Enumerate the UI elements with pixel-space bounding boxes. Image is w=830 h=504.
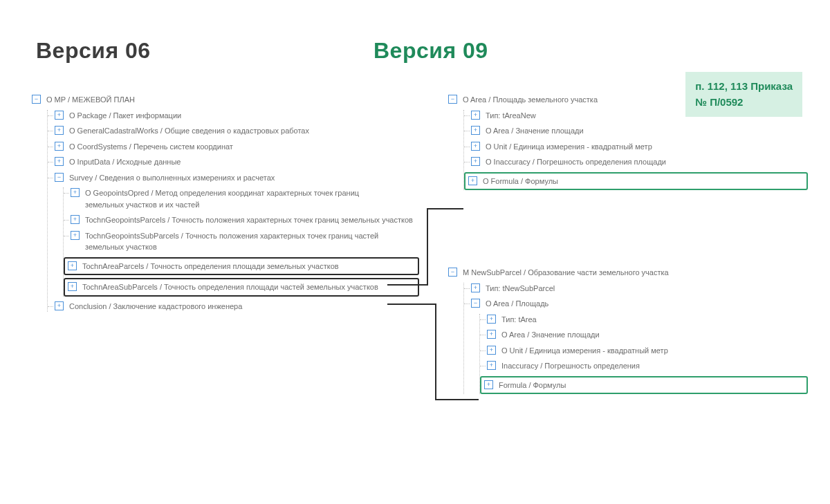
expand-icon[interactable] bbox=[71, 231, 80, 240]
expand-icon[interactable] bbox=[55, 301, 64, 310]
tree-node-root[interactable]: O Area / Площадь земельного участка bbox=[448, 94, 808, 106]
expand-icon[interactable] bbox=[55, 142, 64, 151]
node-label: O Package / Пакет информации bbox=[69, 110, 181, 122]
heading-version-06: Версия 06 bbox=[36, 38, 151, 64]
tree-node[interactable]: O Area / Значение площади bbox=[464, 125, 808, 137]
tree-node-area[interactable]: O Area / Площадь bbox=[464, 298, 808, 310]
node-label: O Area / Значение площади bbox=[486, 125, 584, 137]
highlighted-node-tochnareaparcels: TochnAreaParcels / Точность определения … bbox=[64, 257, 419, 276]
tree-node[interactable]: O GeopointsOpred / Метод определения коо… bbox=[64, 187, 419, 210]
tree-version-09-area: O Area / Площадь земельного участка Тип:… bbox=[448, 90, 808, 193]
tree-node[interactable]: O Inaccuracy / Погрешность определения п… bbox=[464, 156, 808, 168]
node-label: TochnAreaSubParcels / Точность определен… bbox=[82, 281, 378, 293]
expand-icon[interactable] bbox=[55, 157, 64, 166]
collapse-icon[interactable] bbox=[55, 173, 64, 182]
node-label: O Inaccuracy / Погрешность определения п… bbox=[486, 156, 666, 168]
node-label: O Formula / Формулы bbox=[483, 176, 558, 187]
expand-icon[interactable] bbox=[487, 346, 496, 355]
node-label: TochnGeopointsParcels / Точность положен… bbox=[85, 214, 413, 226]
tree-node[interactable]: Тип: tNewSubParcel bbox=[464, 283, 808, 295]
heading-version-09: Версия 09 bbox=[374, 38, 488, 64]
node-label: TochnGeopointsSubParcels / Точность поло… bbox=[85, 230, 382, 253]
node-label: O InputData / Исходные данные bbox=[69, 156, 181, 168]
expand-icon[interactable] bbox=[71, 188, 80, 197]
tree-node[interactable]: TochnGeopointsParcels / Точность положен… bbox=[64, 214, 419, 226]
expand-icon[interactable] bbox=[487, 330, 496, 339]
node-label: O Area / Значение площади bbox=[501, 329, 600, 341]
collapse-icon[interactable] bbox=[32, 95, 41, 104]
node-label: Survey / Сведения о выполненных измерени… bbox=[69, 172, 275, 184]
tree-node[interactable]: O InputData / Исходные данные bbox=[48, 156, 419, 168]
tree-node[interactable]: O Unit / Единица измерения - квадратный … bbox=[480, 345, 808, 357]
node-label: Тип: tNewSubParcel bbox=[486, 283, 555, 295]
node-label: O Unit / Единица измерения - квадратный … bbox=[501, 345, 668, 357]
expand-icon[interactable] bbox=[55, 111, 64, 120]
node-label: O Area / Площадь земельного участка bbox=[463, 94, 598, 106]
node-label: Conclusion / Заключение кадастрового инж… bbox=[69, 301, 242, 312]
tree-node[interactable]: Тип: tArea bbox=[480, 314, 808, 326]
expand-icon[interactable] bbox=[68, 261, 77, 270]
node-label: Formula / Формулы bbox=[499, 380, 566, 391]
node-label: M NewSubParcel / Образование части земел… bbox=[463, 267, 669, 279]
tree-node[interactable]: O Area / Значение площади bbox=[480, 329, 808, 341]
expand-icon[interactable] bbox=[71, 215, 80, 224]
expand-icon[interactable] bbox=[468, 176, 477, 185]
node-label: O Area / Площадь bbox=[486, 298, 548, 310]
tree-version-06: O MP / МЕЖЕВОЙ ПЛАН O Package / Пакет ин… bbox=[32, 90, 419, 316]
expand-icon[interactable] bbox=[471, 111, 480, 120]
node-label: Тип: tArea bbox=[501, 314, 537, 326]
expand-icon[interactable] bbox=[471, 126, 480, 135]
expand-icon[interactable] bbox=[471, 142, 480, 151]
tree-node-survey[interactable]: Survey / Сведения о выполненных измерени… bbox=[48, 172, 419, 184]
tree-node[interactable]: O GeneralCadastralWorks / Общие сведения… bbox=[48, 125, 419, 137]
tree-node-root[interactable]: M NewSubParcel / Образование части земел… bbox=[448, 267, 808, 279]
tree-node[interactable]: O Package / Пакет информации bbox=[48, 110, 419, 122]
expand-icon[interactable] bbox=[471, 283, 480, 292]
tree-version-09-newsubparcel: M NewSubParcel / Образование части земел… bbox=[448, 263, 808, 397]
expand-icon[interactable] bbox=[68, 282, 77, 291]
node-label: Тип: tAreaNew bbox=[486, 110, 536, 122]
tree-node[interactable]: TochnAreaSubParcels / Точность определен… bbox=[68, 281, 415, 293]
tree-node[interactable]: O Formula / Формулы bbox=[468, 176, 804, 187]
tree-node[interactable]: TochnAreaParcels / Точность определения … bbox=[68, 261, 415, 272]
node-label: Inaccuracy / Погрешность определения bbox=[501, 360, 640, 372]
collapse-icon[interactable] bbox=[448, 95, 457, 104]
collapse-icon[interactable] bbox=[448, 268, 457, 277]
node-label: TochnAreaParcels / Точность определения … bbox=[82, 261, 339, 272]
collapse-icon[interactable] bbox=[471, 299, 480, 308]
node-label: O MP / МЕЖЕВОЙ ПЛАН bbox=[46, 94, 135, 106]
highlighted-node-formula: O Formula / Формулы bbox=[464, 172, 808, 191]
expand-icon[interactable] bbox=[55, 126, 64, 135]
tree-node[interactable]: Тип: tAreaNew bbox=[464, 110, 808, 122]
node-label: O GeneralCadastralWorks / Общие сведения… bbox=[69, 125, 309, 137]
tree-node[interactable]: O CoordSystems / Перечень систем координ… bbox=[48, 141, 419, 153]
tree-node[interactable]: O Unit / Единица измерения - квадратный … bbox=[464, 141, 808, 153]
highlighted-node-tochnareasubparcels: TochnAreaSubParcels / Точность определен… bbox=[64, 278, 419, 297]
tree-node-conclusion[interactable]: Conclusion / Заключение кадастрового инж… bbox=[48, 301, 419, 312]
expand-icon[interactable] bbox=[487, 361, 496, 370]
node-label: O GeopointsOpred / Метод определения коо… bbox=[85, 187, 382, 210]
expand-icon[interactable] bbox=[471, 157, 480, 166]
tree-node[interactable]: Formula / Формулы bbox=[484, 380, 804, 391]
highlighted-node-formula: Formula / Формулы bbox=[480, 376, 808, 395]
tree-node-root[interactable]: O MP / МЕЖЕВОЙ ПЛАН bbox=[32, 94, 419, 106]
expand-icon[interactable] bbox=[487, 315, 496, 324]
tree-node[interactable]: TochnGeopointsSubParcels / Точность поло… bbox=[64, 230, 419, 253]
node-label: O Unit / Единица измерения - квадратный … bbox=[486, 141, 652, 153]
tree-node[interactable]: Inaccuracy / Погрешность определения bbox=[480, 360, 808, 372]
expand-icon[interactable] bbox=[484, 380, 493, 389]
node-label: O CoordSystems / Перечень систем координ… bbox=[69, 141, 233, 153]
